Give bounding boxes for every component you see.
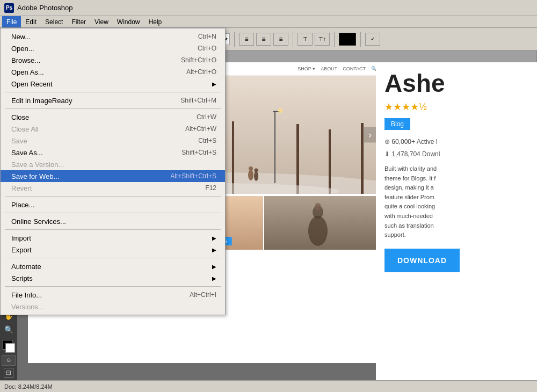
menu-window[interactable]: Window bbox=[113, 16, 144, 27]
separator-7 bbox=[5, 286, 221, 287]
theme-card-3 bbox=[264, 196, 380, 250]
separator-4 bbox=[5, 213, 221, 213]
menu-new[interactable]: New... Ctrl+N bbox=[1, 31, 225, 42]
commit-button[interactable]: ✓ bbox=[365, 33, 380, 46]
menu-browse[interactable]: Browse... Shift+Ctrl+O bbox=[1, 54, 225, 66]
svg-rect-16 bbox=[329, 129, 331, 194]
plugin-title: Ashe bbox=[384, 71, 528, 96]
svg-point-26 bbox=[255, 169, 258, 172]
svg-point-24 bbox=[249, 166, 253, 171]
separator-6 bbox=[5, 258, 221, 258]
menu-help[interactable]: Help bbox=[144, 16, 166, 27]
quick-mask-button[interactable]: ⊙ bbox=[2, 355, 16, 366]
svg-point-44 bbox=[308, 216, 328, 246]
file-dropdown-menu: New... Ctrl+N Open... Ctrl+O Browse... S… bbox=[0, 28, 226, 315]
svg-point-23 bbox=[248, 170, 253, 180]
svg-rect-15 bbox=[296, 124, 299, 194]
app-icon: Ps bbox=[4, 3, 14, 13]
separator-2 bbox=[5, 108, 221, 109]
align-center-button[interactable]: ≡ bbox=[256, 33, 271, 46]
menu-close[interactable]: Close Ctrl+W bbox=[1, 111, 225, 123]
menu-file[interactable]: File bbox=[2, 16, 21, 27]
warp-text-button[interactable]: ⊤ bbox=[297, 33, 313, 46]
menu-automate[interactable]: Automate ▶ bbox=[1, 260, 225, 272]
plugin-meta-active: ⊕ 60,000+ Active I bbox=[384, 137, 528, 146]
plugin-tag[interactable]: Blog bbox=[384, 118, 410, 130]
status-text: Doc: 8.24M/8.24M bbox=[4, 383, 53, 390]
menu-import[interactable]: Import ▶ bbox=[1, 232, 225, 244]
plugin-meta-downloads: ⬇ 1,478,704 Downl bbox=[384, 150, 528, 158]
menu-view[interactable]: View bbox=[90, 16, 113, 27]
svg-point-10 bbox=[278, 108, 282, 113]
divider-2 bbox=[234, 32, 235, 47]
divider-5 bbox=[360, 32, 361, 47]
theme-nav: SHOP ▾ ABOUT CONTACT 🔍 bbox=[297, 66, 377, 71]
separator-1 bbox=[5, 92, 221, 92]
hero-arrow[interactable]: › bbox=[364, 127, 376, 143]
divider-4 bbox=[334, 32, 335, 47]
plugin-stars: ★★★★½ bbox=[384, 101, 528, 113]
menu-save-as[interactable]: Save As... Shift+Ctrl+S bbox=[1, 147, 225, 158]
download-button[interactable]: DOWNLOAD bbox=[384, 249, 460, 272]
menu-close-all: Close All Alt+Ctrl+W bbox=[1, 123, 225, 135]
align-right-button[interactable]: ≡ bbox=[273, 33, 288, 46]
align-left-button[interactable]: ≡ bbox=[239, 33, 254, 46]
screen-mode-button[interactable]: ⊟ bbox=[2, 368, 16, 379]
svg-rect-14 bbox=[232, 121, 234, 194]
menu-save: Save Ctrl+S bbox=[1, 135, 225, 147]
title-bar: Ps Adobe Photoshop bbox=[0, 0, 537, 16]
menu-open[interactable]: Open... Ctrl+O bbox=[1, 42, 225, 54]
menu-edit-imageready[interactable]: Edit in ImageReady Shift+Ctrl+M bbox=[1, 95, 225, 106]
svg-point-25 bbox=[254, 171, 258, 181]
menu-save-version: Save a Version... bbox=[1, 158, 225, 170]
divider-3 bbox=[293, 32, 293, 47]
menu-select[interactable]: Select bbox=[41, 16, 67, 27]
menu-export[interactable]: Export ▶ bbox=[1, 244, 225, 256]
menu-filter[interactable]: Filter bbox=[67, 16, 90, 27]
wp-plugin-panel: Ashe ★★★★½ Blog ⊕ 60,000+ Active I ⬇ 1,4… bbox=[376, 62, 537, 380]
menu-versions: Versions... bbox=[1, 301, 225, 313]
separator-5 bbox=[5, 229, 221, 230]
color-swatches[interactable] bbox=[2, 340, 16, 351]
menu-edit[interactable]: Edit bbox=[21, 16, 41, 27]
text-color-swatch[interactable] bbox=[339, 33, 356, 46]
separator-3 bbox=[5, 196, 221, 197]
status-bar: Doc: 8.24M/8.24M bbox=[0, 380, 537, 392]
menu-online-services[interactable]: Online Services... bbox=[1, 215, 225, 227]
plugin-description: Built with clarity and theme for Blogs. … bbox=[384, 164, 528, 240]
svg-point-45 bbox=[315, 203, 321, 210]
zoom-button[interactable]: 🔍 bbox=[2, 323, 16, 336]
menu-file-info[interactable]: File Info... Alt+Ctrl+I bbox=[1, 289, 225, 301]
text-options-button[interactable]: ⊤↑ bbox=[315, 33, 330, 46]
menu-open-as[interactable]: Open As... Alt+Ctrl+O bbox=[1, 66, 225, 78]
menu-save-for-web[interactable]: Save for Web... Alt+Shift+Ctrl+S bbox=[1, 170, 225, 182]
menu-place[interactable]: Place... bbox=[1, 199, 225, 210]
menu-revert: Revert F12 bbox=[1, 182, 225, 194]
menu-bar: File Edit Select Filter View Window Help bbox=[0, 16, 537, 28]
title-bar-text: Adobe Photoshop bbox=[17, 4, 72, 12]
card3-svg bbox=[264, 196, 380, 250]
menu-scripts[interactable]: Scripts ▶ bbox=[1, 272, 225, 284]
menu-open-recent[interactable]: Open Recent ▶ bbox=[1, 78, 225, 90]
svg-rect-17 bbox=[361, 123, 364, 194]
